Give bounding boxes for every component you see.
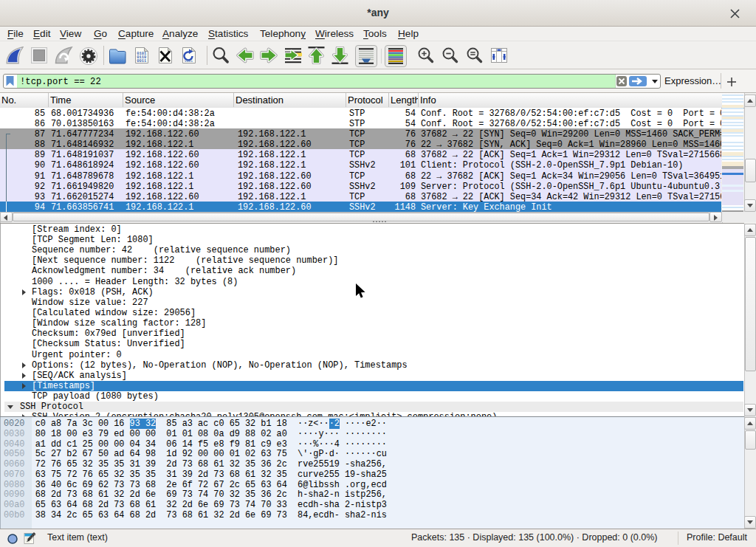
svg-text:0011: 0011 (137, 59, 146, 63)
svg-text:0101: 0101 (185, 59, 193, 63)
